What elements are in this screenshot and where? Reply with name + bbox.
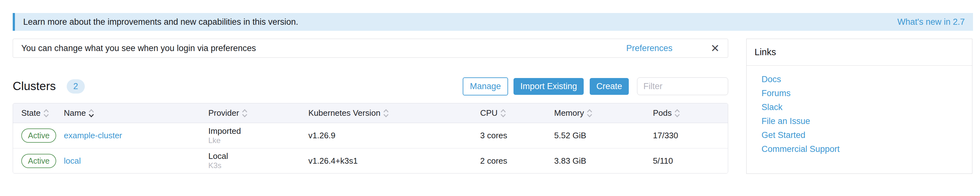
state-cell: Active xyxy=(21,154,64,168)
name-cell: example-cluster xyxy=(64,131,208,141)
table-row: Active local Local K3s v1.26.4+k3s1 2 co… xyxy=(13,148,728,173)
sort-icon xyxy=(383,109,389,118)
provider-name: Imported xyxy=(208,126,309,136)
manage-button[interactable]: Manage xyxy=(463,77,508,95)
create-button[interactable]: Create xyxy=(590,78,629,95)
column-header-provider[interactable]: Provider xyxy=(208,108,309,118)
sort-icon xyxy=(43,109,49,118)
column-header-state[interactable]: State xyxy=(21,108,64,118)
version-banner: Learn more about the improvements and ne… xyxy=(13,13,973,31)
link-slack[interactable]: Slack xyxy=(762,103,972,116)
provider-cell: Imported Lke xyxy=(208,126,309,145)
provider-distro: Lke xyxy=(208,136,309,145)
state-cell: Active xyxy=(21,128,64,143)
close-icon[interactable]: ✕ xyxy=(711,43,720,54)
provider-distro: K3s xyxy=(208,161,309,170)
column-header-label: Name xyxy=(64,108,86,118)
version-banner-message: Learn more about the improvements and ne… xyxy=(23,17,298,27)
column-header-pods[interactable]: Pods xyxy=(653,108,728,118)
import-existing-button[interactable]: Import Existing xyxy=(514,78,584,95)
column-header-label: State xyxy=(21,108,41,118)
preferences-notice-message: You can change what you see when you log… xyxy=(21,43,256,53)
dashboard-page: Learn more about the improvements and ne… xyxy=(0,13,980,196)
status-badge: Active xyxy=(21,128,56,143)
column-header-label: Memory xyxy=(554,108,584,118)
link-commercial-support[interactable]: Commercial Support xyxy=(762,144,972,158)
column-header-label: Provider xyxy=(208,108,239,118)
sort-icon xyxy=(674,109,680,118)
column-header-cpu[interactable]: CPU xyxy=(480,108,554,118)
link-file-an-issue[interactable]: File an Issue xyxy=(762,116,972,130)
column-header-label: CPU xyxy=(480,108,498,118)
status-badge: Active xyxy=(21,154,56,168)
sort-desc-icon xyxy=(88,109,94,118)
cluster-name-link[interactable]: local xyxy=(64,156,81,166)
links-panel: Links Docs Forums Slack File an Issue Ge… xyxy=(746,39,972,174)
whats-new-link[interactable]: What's new in 2.7 xyxy=(897,17,965,27)
memory-cell: 5.52 GiB xyxy=(554,131,653,141)
provider-name: Local xyxy=(208,152,309,161)
kubernetes-version-cell: v1.26.9 xyxy=(309,131,480,141)
pods-cell: 5/110 xyxy=(653,156,728,166)
links-panel-title: Links xyxy=(746,39,972,66)
page-title: Clusters xyxy=(13,80,56,93)
table-header-row: State Name Provider xyxy=(13,103,728,123)
preferences-notice: You can change what you see when you log… xyxy=(13,39,728,58)
column-header-kubernetes-version[interactable]: Kubernetes Version xyxy=(309,108,480,118)
pods-cell: 17/330 xyxy=(653,131,728,141)
column-header-memory[interactable]: Memory xyxy=(554,108,653,118)
table-row: Active example-cluster Imported Lke v1.2… xyxy=(13,123,728,148)
link-get-started[interactable]: Get Started xyxy=(762,130,972,144)
preferences-link[interactable]: Preferences xyxy=(626,43,673,53)
main-column: You can change what you see when you log… xyxy=(13,39,728,174)
link-docs[interactable]: Docs xyxy=(762,74,972,89)
sort-icon xyxy=(242,109,248,118)
link-forums[interactable]: Forums xyxy=(762,89,972,103)
cpu-cell: 3 cores xyxy=(480,131,554,141)
name-cell: local xyxy=(64,156,208,166)
column-header-label: Kubernetes Version xyxy=(309,108,380,118)
clusters-header-row: Clusters 2 Manage Import Existing Create xyxy=(13,77,728,95)
column-header-label: Pods xyxy=(653,108,671,118)
filter-input[interactable] xyxy=(637,77,728,95)
sort-icon xyxy=(587,109,593,118)
kubernetes-version-cell: v1.26.4+k3s1 xyxy=(309,156,480,166)
memory-cell: 3.83 GiB xyxy=(554,156,653,166)
cluster-count-badge: 2 xyxy=(67,79,85,93)
cpu-cell: 2 cores xyxy=(480,156,554,166)
sort-icon xyxy=(500,109,506,118)
provider-cell: Local K3s xyxy=(208,152,309,170)
links-list: Docs Forums Slack File an Issue Get Star… xyxy=(746,66,972,158)
content-columns: You can change what you see when you log… xyxy=(13,39,972,174)
cluster-name-link[interactable]: example-cluster xyxy=(64,131,122,140)
clusters-table: State Name Provider xyxy=(13,103,728,174)
column-header-name[interactable]: Name xyxy=(64,108,208,118)
